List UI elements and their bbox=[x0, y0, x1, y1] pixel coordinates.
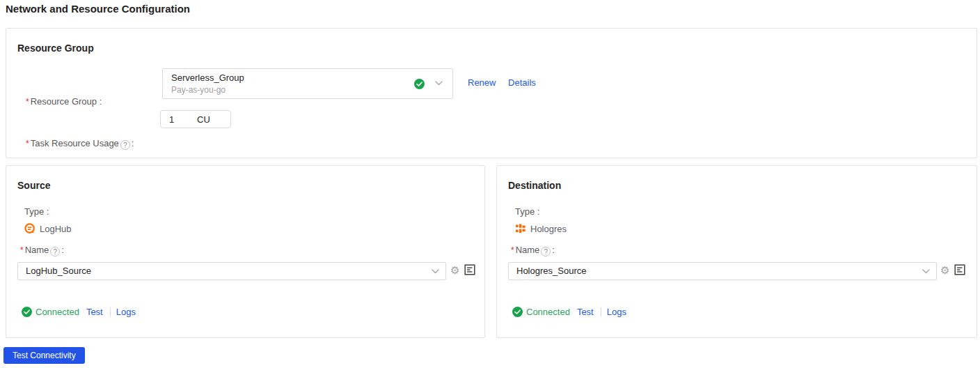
cu-unit-label: CU bbox=[197, 114, 210, 125]
source-name-label-text: Name bbox=[25, 245, 49, 255]
required-marker: * bbox=[511, 245, 514, 255]
resource-group-panel: Resource Group *Resource Group : Serverl… bbox=[6, 28, 977, 158]
destination-panel: Destination Type : Hologres *Name?: Holo… bbox=[496, 165, 977, 338]
destination-type-label: Type : bbox=[515, 206, 539, 217]
source-type-label: Type : bbox=[24, 206, 49, 217]
destination-status-text: Connected bbox=[526, 307, 570, 317]
source-name-select[interactable]: LogHub_Source bbox=[17, 262, 446, 280]
destination-test-link[interactable]: Test bbox=[577, 307, 594, 317]
required-marker: * bbox=[26, 97, 29, 107]
resource-group-select-subtitle: Pay-as-you-go bbox=[171, 84, 404, 96]
page-title: Network and Resource Configuration bbox=[6, 3, 190, 15]
label-colon: : bbox=[132, 138, 134, 148]
source-panel: Source Type : LogHub *Name?: LogHub_Sour… bbox=[6, 165, 485, 338]
chevron-down-icon bbox=[432, 269, 439, 274]
label-colon: : bbox=[552, 245, 555, 255]
label-colon: : bbox=[61, 245, 64, 255]
gear-icon[interactable]: ⚙ bbox=[940, 263, 949, 277]
renew-link[interactable]: Renew bbox=[468, 77, 496, 88]
loghub-icon bbox=[24, 223, 35, 234]
divider bbox=[601, 307, 601, 316]
destination-logs-link[interactable]: Logs bbox=[607, 307, 626, 317]
destination-connectivity-row: Connected Test Logs bbox=[512, 307, 626, 317]
destination-type-value: Hologres bbox=[515, 223, 567, 234]
destination-name-label-text: Name bbox=[516, 245, 540, 255]
required-marker: * bbox=[20, 245, 24, 255]
resource-group-links: Renew Details bbox=[468, 77, 536, 88]
source-status-text: Connected bbox=[35, 307, 79, 317]
hologres-icon bbox=[515, 223, 526, 234]
gear-icon[interactable]: ⚙ bbox=[450, 263, 459, 277]
check-circle-icon bbox=[22, 307, 32, 317]
help-icon[interactable]: ? bbox=[120, 140, 130, 150]
chevron-down-icon bbox=[922, 269, 930, 274]
chevron-down-icon bbox=[435, 81, 443, 86]
source-type-value: LogHub bbox=[24, 223, 72, 234]
source-heading: Source bbox=[17, 180, 50, 191]
check-circle-icon bbox=[512, 307, 523, 317]
resource-group-heading: Resource Group bbox=[17, 43, 94, 54]
destination-name-label: *Name?: bbox=[511, 245, 555, 256]
source-connectivity-row: Connected Test Logs bbox=[22, 307, 136, 317]
resource-group-label-text: Resource Group : bbox=[31, 96, 102, 107]
destination-type-name: Hologres bbox=[530, 224, 567, 234]
datasource-detail-icon[interactable] bbox=[954, 264, 965, 275]
help-icon[interactable]: ? bbox=[50, 247, 60, 256]
required-marker: * bbox=[26, 139, 29, 148]
source-logs-link[interactable]: Logs bbox=[116, 307, 136, 317]
resource-group-label: *Resource Group : bbox=[26, 96, 102, 107]
help-icon[interactable]: ? bbox=[541, 247, 551, 256]
resource-group-select[interactable]: Serverless_Group Pay-as-you-go bbox=[162, 68, 453, 99]
test-connectivity-button[interactable]: Test Connectivity bbox=[3, 347, 85, 364]
datasource-detail-icon[interactable] bbox=[464, 264, 475, 275]
destination-name-select-value: Hologres_Source bbox=[516, 266, 586, 276]
divider bbox=[110, 307, 111, 316]
source-name-select-value: LogHub_Source bbox=[26, 266, 91, 276]
source-type-name: LogHub bbox=[40, 224, 72, 234]
resource-group-select-value: Serverless_Group bbox=[171, 72, 404, 84]
destination-name-select[interactable]: Hologres_Source bbox=[508, 262, 937, 280]
task-resource-usage-label: *Task Resource Usage?: bbox=[26, 138, 134, 150]
source-test-link[interactable]: Test bbox=[86, 307, 103, 317]
source-name-label: *Name?: bbox=[20, 245, 64, 256]
details-link[interactable]: Details bbox=[508, 77, 536, 88]
task-resource-usage-field: CU bbox=[160, 110, 231, 128]
task-resource-usage-label-text: Task Resource Usage bbox=[31, 138, 119, 148]
check-circle-icon bbox=[414, 79, 425, 89]
task-resource-usage-input[interactable] bbox=[161, 111, 191, 128]
destination-heading: Destination bbox=[508, 180, 561, 191]
